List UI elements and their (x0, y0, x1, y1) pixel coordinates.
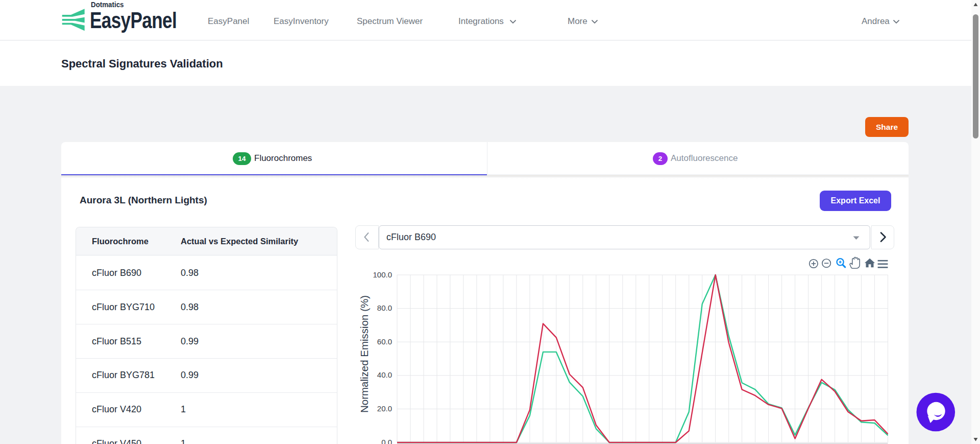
svg-text:20.0: 20.0 (377, 404, 392, 413)
svg-text:100.0: 100.0 (373, 270, 392, 279)
svg-text:Normalized Emission (%): Normalized Emission (%) (358, 295, 370, 413)
svg-text:80.0: 80.0 (377, 303, 392, 312)
svg-text:40.0: 40.0 (377, 370, 392, 379)
svg-text:0.0: 0.0 (381, 438, 392, 444)
svg-text:60.0: 60.0 (377, 337, 392, 346)
